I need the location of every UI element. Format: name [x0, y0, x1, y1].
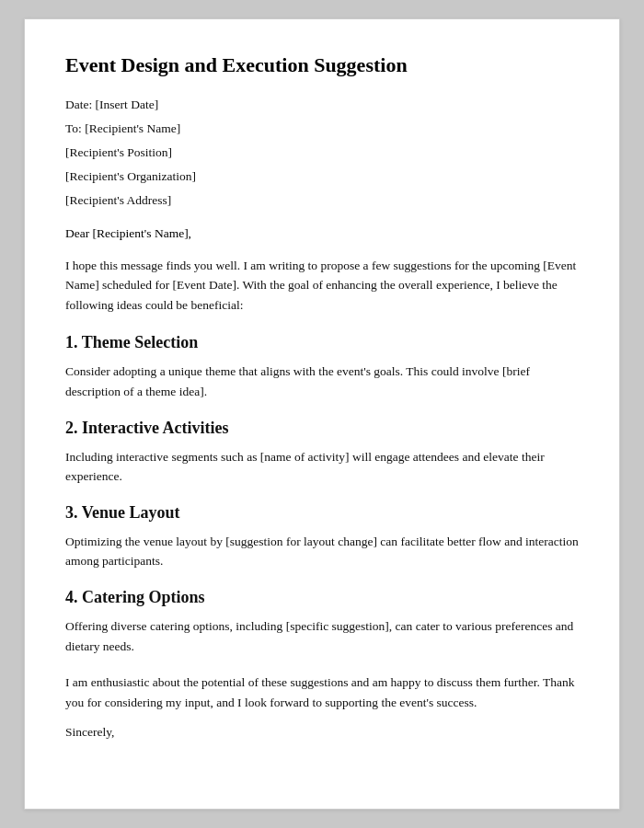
section-3-heading: 3. Venue Layout	[65, 503, 579, 523]
section-3-body: Optimizing the venue layout by [suggesti…	[65, 532, 579, 571]
section-3: 3. Venue Layout Optimizing the venue lay…	[65, 503, 579, 571]
intro-paragraph: I hope this message finds you well. I am…	[65, 256, 579, 316]
section-4-heading: 4. Catering Options	[65, 588, 579, 607]
section-4: 4. Catering Options Offering diverse cat…	[65, 588, 579, 656]
closing-paragraph: I am enthusiastic about the potential of…	[65, 673, 579, 712]
meta-to: To: [Recipient's Name]	[65, 121, 579, 136]
document-title: Event Design and Execution Suggestion	[65, 52, 579, 79]
meta-date: Date: [Insert Date]	[65, 98, 579, 112]
document-container: Event Design and Execution Suggestion Da…	[24, 18, 620, 810]
meta-address: [Recipient's Address]	[65, 193, 579, 208]
section-4-body: Offering diverse catering options, inclu…	[65, 616, 579, 656]
section-1: 1. Theme Selection Consider adopting a u…	[65, 333, 579, 401]
meta-organization: [Recipient's Organization]	[65, 169, 579, 184]
salutation: Dear [Recipient's Name],	[65, 226, 579, 241]
sincerely-line: Sincerely,	[65, 725, 579, 740]
meta-position: [Recipient's Position]	[65, 145, 579, 160]
section-2: 2. Interactive Activities Including inte…	[65, 419, 579, 487]
section-1-heading: 1. Theme Selection	[65, 333, 579, 352]
section-2-body: Including interactive segments such as […	[65, 447, 579, 487]
section-1-body: Consider adopting a unique theme that al…	[65, 362, 579, 401]
section-2-heading: 2. Interactive Activities	[65, 419, 579, 438]
